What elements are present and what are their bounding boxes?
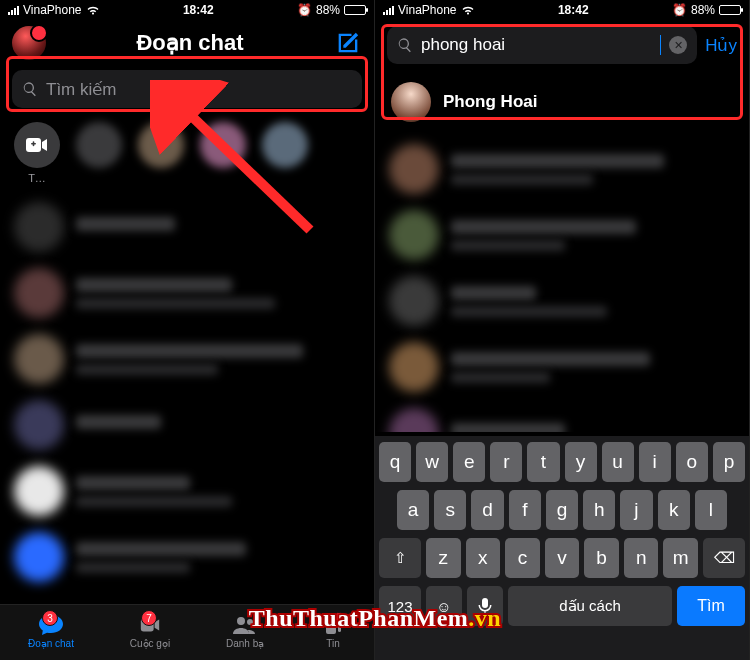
cancel-button[interactable]: Hủy <box>705 35 737 56</box>
svg-rect-9 <box>482 598 488 608</box>
search-input[interactable] <box>421 35 652 55</box>
keyboard: qwertyuiop asdfghjkl ⇧ zxcvbnm ⌫ 123 ☺ d… <box>375 436 749 660</box>
svg-point-5 <box>237 617 245 625</box>
key-u[interactable]: u <box>602 442 634 482</box>
search-bar[interactable]: Tìm kiếm <box>12 70 362 108</box>
phone-right: VinaPhone 18:42 ⏰ 88% ✕ Hủy Phong Hoai q… <box>375 0 750 660</box>
key-h[interactable]: h <box>583 490 615 530</box>
badge: 7 <box>141 610 157 626</box>
list-item[interactable] <box>0 392 374 458</box>
key-q[interactable]: q <box>379 442 411 482</box>
numbers-key[interactable]: 123 <box>379 586 421 626</box>
battery-icon <box>344 5 366 15</box>
key-x[interactable]: x <box>466 538 501 578</box>
space-key[interactable]: dấu cách <box>508 586 672 626</box>
carrier-label: VinaPhone <box>398 3 457 17</box>
battery-pct: 88% <box>316 3 340 17</box>
key-p[interactable]: p <box>713 442 745 482</box>
carrier-label: VinaPhone <box>23 3 82 17</box>
result-name: Phong Hoai <box>443 92 537 112</box>
signal-icon <box>383 5 394 15</box>
clock: 18:42 <box>558 3 589 17</box>
key-a[interactable]: a <box>397 490 429 530</box>
key-j[interactable]: j <box>620 490 652 530</box>
key-s[interactable]: s <box>434 490 466 530</box>
key-i[interactable]: i <box>639 442 671 482</box>
tab-calls[interactable]: 7 Cuộc gọi <box>130 614 170 649</box>
emoji-key[interactable]: ☺ <box>426 586 462 626</box>
clock: 18:42 <box>183 3 214 17</box>
key-m[interactable]: m <box>663 538 698 578</box>
key-y[interactable]: y <box>565 442 597 482</box>
stories-row: T… <box>0 108 374 188</box>
tab-stories[interactable]: Tin <box>320 614 346 649</box>
list-item[interactable] <box>0 524 374 590</box>
tab-people[interactable]: Danh bạ <box>226 614 264 649</box>
alarm-icon: ⏰ <box>297 3 312 17</box>
page-title: Đoạn chat <box>54 30 326 56</box>
list-item[interactable] <box>0 458 374 524</box>
shift-key[interactable]: ⇧ <box>379 538 421 578</box>
badge: 3 <box>42 610 58 626</box>
key-d[interactable]: d <box>471 490 503 530</box>
signal-icon <box>8 5 19 15</box>
statusbar: VinaPhone 18:42 ⏰ 88% <box>0 0 374 20</box>
tab-label: Tin <box>326 638 340 649</box>
search-icon <box>397 37 413 53</box>
video-plus-icon <box>14 122 60 168</box>
search-header: ✕ Hủy <box>375 20 749 72</box>
clear-icon[interactable]: ✕ <box>669 36 687 54</box>
tab-label: Danh bạ <box>226 638 264 649</box>
tab-chats[interactable]: 3 Đoạn chat <box>28 614 74 649</box>
create-story[interactable]: T… <box>14 122 60 184</box>
compose-icon[interactable] <box>334 29 362 57</box>
phone-left: VinaPhone 18:42 ⏰ 88% Đoạn chat Tìm kiếm… <box>0 0 375 660</box>
wifi-icon <box>461 5 475 15</box>
search-result[interactable]: Phong Hoai <box>375 72 749 132</box>
key-f[interactable]: f <box>509 490 541 530</box>
key-b[interactable]: b <box>584 538 619 578</box>
battery-icon <box>719 5 741 15</box>
svg-rect-2 <box>33 141 35 146</box>
list-item[interactable] <box>0 194 374 260</box>
key-g[interactable]: g <box>546 490 578 530</box>
mic-icon <box>478 597 492 615</box>
key-e[interactable]: e <box>453 442 485 482</box>
key-k[interactable]: k <box>658 490 690 530</box>
profile-avatar[interactable] <box>12 26 46 60</box>
story-label: T… <box>28 172 46 184</box>
search-key[interactable]: Tìm <box>677 586 745 626</box>
statusbar: VinaPhone 18:42 ⏰ 88% <box>375 0 749 20</box>
chat-list <box>0 188 374 590</box>
wifi-icon <box>86 5 100 15</box>
alarm-icon: ⏰ <box>672 3 687 17</box>
key-z[interactable]: z <box>426 538 461 578</box>
key-n[interactable]: n <box>624 538 659 578</box>
backspace-key[interactable]: ⌫ <box>703 538 745 578</box>
tab-label: Cuộc gọi <box>130 638 170 649</box>
search-bar[interactable]: ✕ <box>387 26 697 64</box>
battery-pct: 88% <box>691 3 715 17</box>
people-icon <box>232 614 258 636</box>
key-c[interactable]: c <box>505 538 540 578</box>
key-w[interactable]: w <box>416 442 448 482</box>
mic-key[interactable] <box>467 586 503 626</box>
key-r[interactable]: r <box>490 442 522 482</box>
list-item[interactable] <box>0 260 374 326</box>
search-icon <box>22 81 38 97</box>
key-l[interactable]: l <box>695 490 727 530</box>
key-v[interactable]: v <box>545 538 580 578</box>
tab-bar: 3 Đoạn chat 7 Cuộc gọi Danh bạ Tin <box>0 604 374 660</box>
blurred-results <box>375 132 749 432</box>
avatar <box>391 82 431 122</box>
list-item[interactable] <box>0 326 374 392</box>
search-placeholder: Tìm kiếm <box>46 79 116 100</box>
tab-label: Đoạn chat <box>28 638 74 649</box>
key-o[interactable]: o <box>676 442 708 482</box>
badge <box>334 612 344 622</box>
key-t[interactable]: t <box>527 442 559 482</box>
svg-point-6 <box>247 619 253 625</box>
text-cursor <box>660 35 661 55</box>
header: Đoạn chat <box>0 20 374 70</box>
